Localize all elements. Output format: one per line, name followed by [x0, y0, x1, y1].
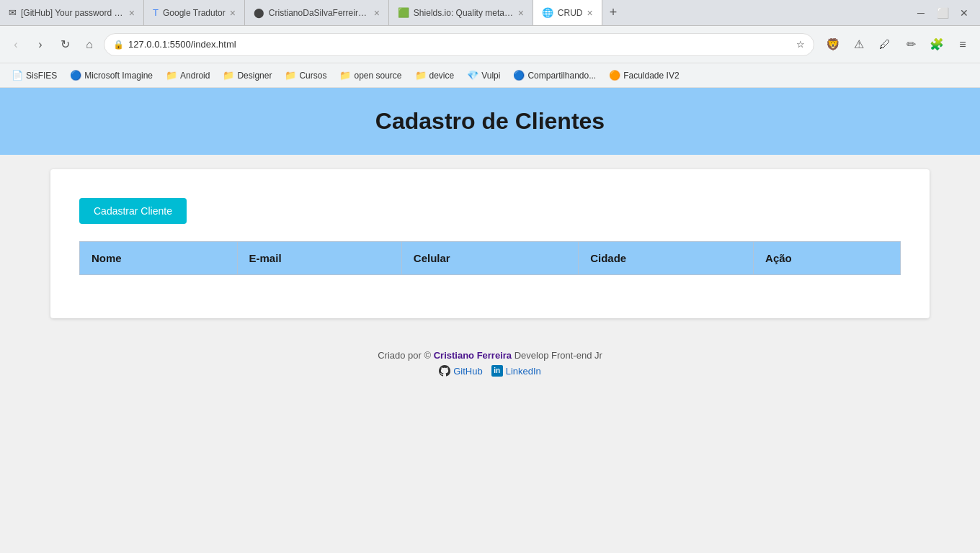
- browser-frame: ✉ [GitHub] Your password was res × T Goo…: [0, 0, 980, 553]
- linkedin-label: LinkedIn: [506, 366, 541, 377]
- bookmark-android-label: Android: [180, 71, 210, 81]
- url-bar[interactable]: 🔒 127.0.0.1:5500/index.html ☆: [104, 33, 814, 56]
- bookmark-vulpi-label: Vulpi: [481, 71, 500, 81]
- col-celular: Celular: [401, 242, 578, 275]
- table-header-row: Nome E-mail Celular Cidade Ação: [80, 242, 901, 275]
- tab-shields-close[interactable]: ×: [518, 7, 524, 19]
- maximize-button[interactable]: ⬜: [932, 3, 953, 23]
- bookmark-ms-imagine-label: Microsoft Imagine: [84, 71, 153, 81]
- bookmark-compartilhando-label: Compartilhando...: [527, 71, 596, 81]
- tab-shields-icon: 🟩: [398, 7, 409, 18]
- bookmark-designer-label: Designer: [237, 71, 272, 81]
- bookmark-ms-imagine[interactable]: 🔵 Microsoft Imagine: [64, 67, 159, 84]
- tab-crud-label: CRUD: [558, 8, 583, 18]
- reload-button[interactable]: ↻: [55, 35, 75, 55]
- back-button[interactable]: ‹: [6, 35, 26, 55]
- tab-github-label: CristianoDaSilvaFerreira/Sistem...: [269, 8, 370, 18]
- tab-gmail-icon: ✉: [9, 7, 17, 18]
- footer-line1: Criado por © Cristiano Ferreira Develop …: [0, 350, 980, 361]
- bookmark-compartilhando[interactable]: 🔵 Compartilhando...: [507, 67, 602, 84]
- secure-icon: 🔒: [113, 40, 124, 50]
- bookmark-device[interactable]: 📁 device: [409, 67, 460, 84]
- tab-gmail[interactable]: ✉ [GitHub] Your password was res ×: [0, 0, 144, 25]
- minimize-button[interactable]: ─: [911, 3, 931, 23]
- col-email: E-mail: [237, 242, 401, 275]
- tab-tradutor[interactable]: T Google Tradutor ×: [144, 0, 245, 25]
- bookmark-vulpi[interactable]: 💎 Vulpi: [461, 67, 506, 84]
- tab-gmail-close[interactable]: ×: [129, 7, 135, 19]
- tab-crud[interactable]: 🌐 CRUD ×: [533, 0, 602, 25]
- extension2-icon[interactable]: ✏: [899, 33, 922, 56]
- extensions-icon[interactable]: 🧩: [925, 33, 948, 56]
- bookmark-page-icon[interactable]: ☆: [796, 39, 805, 50]
- bookmarks-bar: 📄 SisFIES 🔵 Microsoft Imagine 📁 Android …: [0, 63, 980, 88]
- tab-crud-icon: 🌐: [542, 7, 553, 18]
- col-nome: Nome: [80, 242, 238, 275]
- tab-github[interactable]: ⬤ CristianoDaSilvaFerreira/Sistem... ×: [245, 0, 389, 25]
- bookmark-designer[interactable]: 📁 Designer: [217, 67, 277, 84]
- tab-github-close[interactable]: ×: [374, 7, 380, 19]
- footer-suffix: Develop Front-end Jr: [514, 350, 602, 361]
- table-header: Nome E-mail Celular Cidade Ação: [80, 242, 901, 275]
- tab-tradutor-close[interactable]: ×: [230, 7, 236, 19]
- app-header: Cadastro de Clientes: [0, 88, 980, 155]
- github-icon: [439, 365, 450, 377]
- cursos-icon: 📁: [285, 70, 296, 81]
- new-tab-button[interactable]: +: [602, 0, 625, 25]
- device-icon: 📁: [415, 70, 427, 81]
- tab-shields[interactable]: 🟩 Shields.io: Quality metadata bad ×: [389, 0, 533, 25]
- page-content: Cadastro de Clientes Cadastrar Cliente N…: [0, 88, 980, 553]
- forward-button[interactable]: ›: [30, 35, 50, 55]
- menu-icon[interactable]: ≡: [951, 33, 974, 56]
- url-text: 127.0.0.1:5500/index.html: [128, 39, 792, 50]
- extension1-icon[interactable]: 🖊: [873, 33, 896, 56]
- footer-prefix: Criado por ©: [378, 350, 431, 361]
- footer-links: GitHub in LinkedIn: [0, 365, 980, 377]
- page-footer: Criado por © Cristiano Ferreira Develop …: [0, 333, 980, 391]
- github-label: GitHub: [453, 366, 482, 377]
- close-button[interactable]: ✕: [954, 3, 974, 23]
- bookmark-faculdade[interactable]: 🟠 Faculdade IV2: [603, 67, 685, 84]
- tab-tradutor-icon: T: [153, 7, 159, 18]
- window-controls: ─ ⬜ ✕: [911, 0, 980, 25]
- vulpi-icon: 💎: [467, 70, 478, 81]
- col-cidade: Cidade: [579, 242, 754, 275]
- bookmark-faculdade-label: Faculdade IV2: [623, 71, 679, 81]
- faculdade-icon: 🟠: [609, 70, 620, 81]
- cadastrar-cliente-button[interactable]: Cadastrar Cliente: [79, 198, 187, 224]
- tab-shields-label: Shields.io: Quality metadata bad: [414, 8, 514, 18]
- tab-github-icon: ⬤: [254, 7, 264, 18]
- bookmark-device-label: device: [429, 71, 455, 81]
- bookmark-opensource-label: open source: [354, 71, 401, 81]
- ms-imagine-icon: 🔵: [70, 70, 81, 81]
- home-button[interactable]: ⌂: [79, 35, 99, 55]
- main-container: Cadastrar Cliente Nome E-mail Celular Ci…: [50, 169, 930, 318]
- brave-shield-icon[interactable]: 🦁: [821, 33, 845, 56]
- col-acao: Ação: [754, 242, 901, 275]
- linkedin-icon: in: [491, 365, 503, 377]
- clients-table: Nome E-mail Celular Cidade Ação: [79, 241, 901, 275]
- toolbar-icons: 🦁 ⚠ 🖊 ✏ 🧩 ≡: [821, 33, 974, 56]
- bookmark-sisfies[interactable]: 📄 SisFIES: [6, 67, 63, 84]
- bookmark-sisfies-label: SisFIES: [26, 71, 57, 81]
- android-icon: 📁: [166, 70, 177, 81]
- tab-tradutor-label: Google Tradutor: [163, 8, 226, 18]
- title-bar: ✉ [GitHub] Your password was res × T Goo…: [0, 0, 980, 26]
- github-link[interactable]: GitHub: [439, 365, 482, 377]
- page-title: Cadastro de Clientes: [0, 108, 980, 135]
- sisfies-icon: 📄: [12, 70, 23, 81]
- alert-icon[interactable]: ⚠: [847, 33, 870, 56]
- tab-gmail-label: [GitHub] Your password was res: [21, 8, 125, 18]
- bookmark-opensource[interactable]: 📁 open source: [334, 67, 407, 84]
- bookmark-cursos[interactable]: 📁 Cursos: [279, 67, 332, 84]
- bookmark-cursos-label: Cursos: [299, 71, 326, 81]
- tab-crud-close[interactable]: ×: [587, 7, 593, 19]
- opensource-icon: 📁: [339, 70, 351, 81]
- linkedin-link[interactable]: in LinkedIn: [491, 365, 541, 377]
- footer-author: Cristiano Ferreira: [434, 350, 512, 361]
- designer-icon: 📁: [223, 70, 234, 81]
- address-bar: ‹ › ↻ ⌂ 🔒 127.0.0.1:5500/index.html ☆ 🦁 …: [0, 26, 980, 63]
- compartilhando-icon: 🔵: [513, 70, 525, 81]
- bookmark-android[interactable]: 📁 Android: [160, 67, 215, 84]
